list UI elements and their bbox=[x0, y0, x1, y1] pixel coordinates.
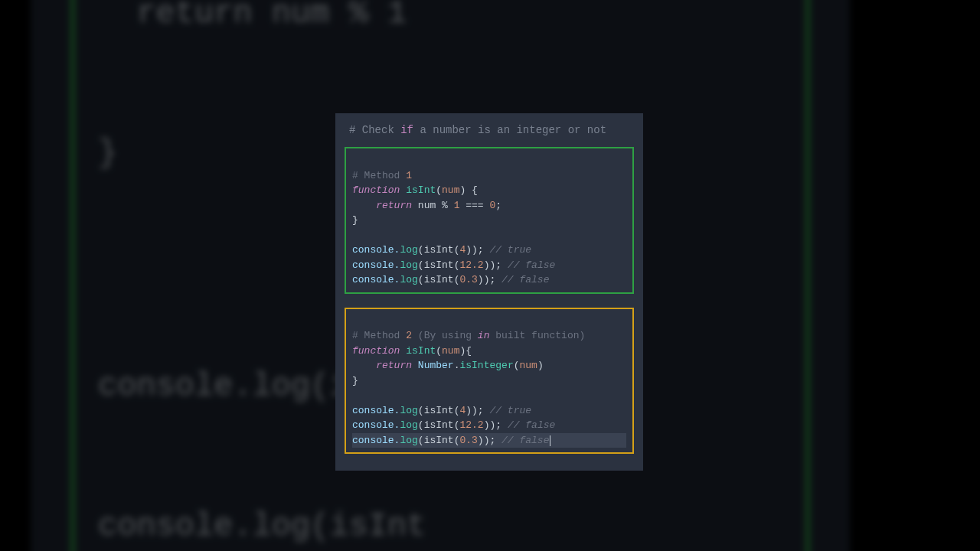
m2-header-suffix2: built function) bbox=[489, 330, 585, 341]
m2-header-suffix: (By using bbox=[412, 330, 478, 341]
m2-ret-obj: Number bbox=[418, 360, 454, 371]
call-post: )); bbox=[478, 274, 501, 285]
m1-call-1: console.log(isInt(4)); // true bbox=[352, 244, 531, 256]
call-mid: (isInt( bbox=[418, 259, 460, 271]
method1-box: # Method 1 function isInt(num) { return … bbox=[345, 147, 634, 294]
call-log: log bbox=[400, 435, 417, 446]
m2-ret-arg: num bbox=[520, 360, 537, 371]
m2-header-num: 2 bbox=[406, 330, 412, 341]
call-post: )); bbox=[466, 405, 489, 416]
text-cursor bbox=[550, 435, 550, 446]
m1-call-2: console.log(isInt(12.2)); // false bbox=[352, 259, 555, 271]
m1-ret-mid: === bbox=[459, 200, 489, 211]
m2-ret-close: ) bbox=[537, 360, 544, 371]
m1-ret-expr: num % bbox=[412, 200, 454, 211]
bg-line: console.log(isInt bbox=[98, 504, 782, 550]
call-log: log bbox=[400, 274, 417, 285]
m2-ret-kw: return bbox=[376, 360, 412, 371]
m2-ret-open: ( bbox=[514, 360, 520, 371]
card-title: # Check if a number is an integer or not bbox=[335, 124, 643, 147]
m2-fn-name: isInt bbox=[406, 345, 436, 357]
call-log: log bbox=[400, 259, 417, 271]
call-mid: (isInt( bbox=[418, 435, 460, 446]
call-mid: (isInt( bbox=[418, 274, 460, 285]
call-post: )); bbox=[466, 244, 489, 256]
bg-line: return num % 1 bbox=[98, 0, 782, 37]
call-comment: // false bbox=[501, 274, 549, 285]
m1-header: # Method 1 bbox=[352, 170, 412, 181]
call-comment: // true bbox=[489, 244, 531, 256]
title-prefix: # Check bbox=[349, 124, 400, 136]
m2-ret-sp bbox=[412, 360, 418, 371]
title-suffix: a number is an integer or not bbox=[413, 124, 606, 136]
call-pre: console. bbox=[352, 259, 400, 271]
m1-fn-kw: function bbox=[352, 184, 400, 196]
call-pre: console. bbox=[352, 274, 400, 285]
m1-ret-semi: ; bbox=[495, 200, 501, 211]
call-pre: console. bbox=[352, 244, 400, 256]
m2-call-2: console.log(isInt(12.2)); // false bbox=[352, 419, 555, 431]
call-comment: // true bbox=[489, 405, 531, 416]
call-arg: 0.3 bbox=[459, 435, 477, 446]
call-pre: console. bbox=[352, 435, 400, 446]
m1-fn-param: num bbox=[442, 184, 459, 196]
m2-close: } bbox=[352, 375, 358, 386]
call-mid: (isInt( bbox=[418, 244, 460, 256]
m1-header-num: 1 bbox=[406, 170, 412, 181]
call-comment: // false bbox=[501, 435, 549, 446]
code-card: # Check if a number is an integer or not… bbox=[335, 113, 643, 471]
title-keyword: if bbox=[400, 124, 413, 136]
m1-ret-kw: return bbox=[376, 200, 412, 211]
call-post: )); bbox=[484, 419, 508, 431]
call-comment: // false bbox=[508, 419, 555, 431]
call-pre: console. bbox=[352, 405, 400, 416]
m2-fn-param: num bbox=[442, 345, 459, 357]
m1-call-3: console.log(isInt(0.3)); // false bbox=[352, 274, 549, 285]
m2-fn-brace: { bbox=[466, 345, 472, 357]
m2-fn-kw: function bbox=[352, 345, 400, 357]
call-mid: (isInt( bbox=[418, 405, 460, 416]
m1-header-prefix: # Method bbox=[352, 170, 406, 181]
call-comment: // false bbox=[508, 259, 555, 271]
call-log: log bbox=[400, 405, 417, 416]
call-log: log bbox=[400, 244, 417, 256]
call-post: )); bbox=[478, 435, 501, 446]
call-post: )); bbox=[484, 259, 508, 271]
call-mid: (isInt( bbox=[418, 419, 460, 431]
method2-box: # Method 2 (By using in built function) … bbox=[345, 308, 634, 455]
m2-header-kw: in bbox=[478, 330, 490, 341]
call-arg: 12.2 bbox=[459, 419, 483, 431]
call-pre: console. bbox=[352, 419, 400, 431]
m2-call-3: console.log(isInt(0.3)); // false bbox=[352, 433, 626, 448]
call-log: log bbox=[400, 419, 417, 431]
m1-fn-brace: { bbox=[466, 184, 478, 196]
m2-call-1: console.log(isInt(4)); // true bbox=[352, 405, 531, 416]
m2-header-prefix: # Method bbox=[352, 330, 406, 341]
m1-fn-name: isInt bbox=[406, 184, 436, 196]
m2-header: # Method 2 (By using in built function) bbox=[352, 330, 585, 341]
call-arg: 0.3 bbox=[459, 274, 477, 285]
call-arg: 12.2 bbox=[459, 259, 483, 271]
m2-ret-meth: isInteger bbox=[459, 360, 513, 371]
m1-close: } bbox=[352, 214, 358, 226]
